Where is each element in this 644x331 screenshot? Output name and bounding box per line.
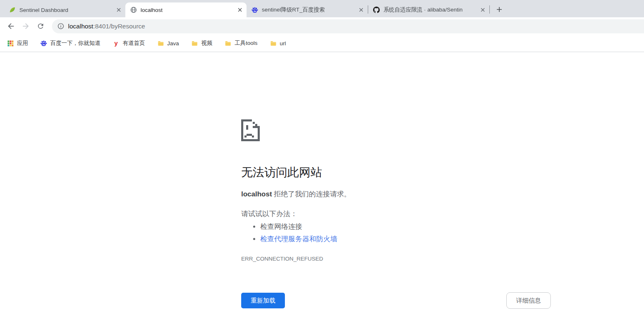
bookmarks-bar: 应用 du 百度一下，你就知道 y 有道首页 [0,35,644,52]
youdao-icon: y [113,40,120,47]
tab-title: 系统自适应限流 · alibaba/Sentin [383,6,479,14]
tab-separator [489,5,490,14]
suggestion-item: 检查网络连接 [260,221,337,233]
forward-button[interactable] [18,19,33,34]
new-tab-button[interactable] [494,4,505,15]
tab-github-sentinel[interactable]: 系统自适应限流 · alibaba/Sentin [368,2,489,17]
svg-text:du: du [254,10,256,12]
error-subtitle: localhost 拒绝了我们的连接请求。 [241,189,351,199]
browser-window: Sentinel Dashboard localhost [0,0,644,331]
globe-icon [130,7,137,13]
tab-close-icon[interactable] [236,7,243,14]
bookmark-label: Java [167,40,179,47]
url-text: localhost:8401/byResource [68,23,145,30]
bookmark-label: url [280,40,286,47]
url-path: :8401/byResource [93,23,145,30]
bookmark-folder-java[interactable]: Java [157,40,179,47]
navigation-bar: localhost:8401/byResource [0,17,644,35]
error-actions: 重新加载 详细信息 [241,292,551,309]
details-button[interactable]: 详细信息 [506,292,551,309]
bookmark-folder-tools[interactable]: 工具tools [225,40,258,47]
bookmark-label: 百度一下，你就知道 [50,40,101,47]
proxy-firewall-link[interactable]: 检查代理服务器和防火墙 [260,235,337,243]
bookmark-label: 视频 [201,40,212,47]
baidu-paw-icon: du [40,40,47,47]
folder-icon [225,40,231,47]
page-info-icon[interactable] [57,23,64,30]
bookmark-label: 工具tools [235,40,258,47]
tab-title: localhost [141,7,236,13]
folder-icon [270,40,277,47]
tab-baidu-search[interactable]: du sentinel降级RT_百度搜索 [247,2,368,17]
reload-button[interactable] [33,19,48,34]
bookmark-baidu[interactable]: du 百度一下，你就知道 [40,40,101,47]
reload-page-button[interactable]: 重新加载 [241,293,285,308]
tab-close-icon[interactable] [357,7,364,14]
bookmark-label: 有道首页 [123,40,145,47]
bookmark-youdao[interactable]: y 有道首页 [113,40,145,47]
error-page: 无法访问此网站 localhost 拒绝了我们的连接请求。 请试试以下办法： 检… [241,119,551,317]
folder-icon [157,40,164,47]
url-host: localhost [68,23,93,30]
baidu-paw-icon: du [251,7,258,13]
page-content: 无法访问此网站 localhost 拒绝了我们的连接请求。 请试试以下办法： 检… [0,52,644,330]
folder-icon [191,40,198,47]
error-code: ERR_CONNECTION_REFUSED [241,256,323,262]
suggestions-list: 检查网络连接 检查代理服务器和防火墙 [241,221,337,245]
bookmark-folder-url[interactable]: url [270,40,286,47]
tab-close-icon[interactable] [479,7,486,14]
suggestion-item: 检查代理服务器和防火墙 [260,233,337,245]
tab-close-icon[interactable] [115,7,122,14]
bookmark-apps[interactable]: 应用 [7,40,28,47]
suggestions-heading: 请试试以下办法： [241,209,297,219]
github-icon [373,7,380,13]
tab-title: Sentinel Dashboard [19,7,115,13]
back-button[interactable] [3,19,18,34]
error-host: localhost [241,190,272,198]
svg-text:du: du [42,43,45,46]
tab-sentinel-dashboard[interactable]: Sentinel Dashboard [4,2,125,17]
sad-file-icon [241,119,260,141]
tab-title: sentinel降级RT_百度搜索 [262,6,357,14]
tab-strip: Sentinel Dashboard localhost [0,0,644,17]
error-subtitle-text: 拒绝了我们的连接请求。 [272,190,351,198]
tab-localhost[interactable]: localhost [125,2,247,17]
bookmark-folder-video[interactable]: 视频 [191,40,212,47]
bookmark-label: 应用 [17,40,28,47]
address-bar[interactable]: localhost:8401/byResource [52,19,644,33]
apps-grid-icon [7,40,14,47]
error-title: 无法访问此网站 [241,165,322,180]
spring-leaf-icon [9,7,16,13]
